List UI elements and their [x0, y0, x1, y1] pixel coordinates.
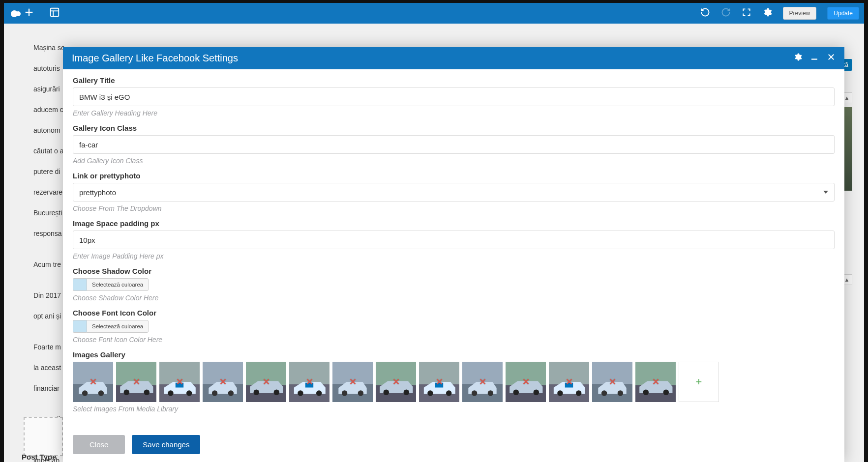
main-toolbar: Preview Update — [4, 3, 864, 24]
remove-thumb-icon[interactable]: ✕ — [219, 376, 227, 387]
undo-icon[interactable] — [700, 7, 710, 19]
gallery-thumb[interactable]: ✕ — [116, 362, 156, 402]
gallery-thumb[interactable]: ✕ — [246, 362, 286, 402]
gallery-thumb[interactable]: ✕ — [462, 362, 503, 402]
remove-thumb-icon[interactable]: ✕ — [392, 376, 400, 387]
remove-thumb-icon[interactable]: ✕ — [436, 376, 443, 387]
link-pp-select[interactable]: prettyphoto — [73, 183, 835, 202]
editor-canvas: Mașina se autoturis asigurări aducem c a… — [4, 24, 864, 462]
redo-icon — [721, 7, 731, 19]
gallery-thumb[interactable]: ✕ — [332, 362, 373, 402]
padding-input[interactable] — [73, 231, 835, 249]
gallery-title-label: Gallery Title — [73, 76, 835, 85]
settings-modal: Image Gallery Like Facebook Settings Gal… — [63, 47, 844, 462]
gallery-thumb[interactable]: ✕ — [635, 362, 676, 402]
gallery-thumb[interactable]: ✕ — [159, 362, 200, 402]
modal-title: Image Gallery Like Facebook Settings — [72, 53, 238, 64]
remove-thumb-icon[interactable]: ✕ — [652, 376, 659, 387]
fullscreen-icon[interactable] — [742, 7, 751, 19]
modal-footer: Close Save changes — [63, 429, 844, 462]
icon-class-hint: Add Gallery Icon Class — [73, 157, 835, 165]
images-gallery-label: Images Gallery — [73, 350, 835, 359]
gallery-thumb[interactable]: ✕ — [549, 362, 589, 402]
svg-point-33 — [316, 390, 322, 396]
svg-point-24 — [228, 390, 234, 396]
remove-thumb-icon[interactable]: ✕ — [609, 376, 616, 387]
shadow-color-label: Choose Shadow Color — [73, 267, 835, 275]
shadow-color-button[interactable]: Selectează culoarea — [87, 278, 149, 291]
svg-point-32 — [298, 390, 303, 396]
svg-point-66 — [643, 390, 649, 395]
svg-point-37 — [358, 390, 363, 396]
remove-thumb-icon[interactable]: ✕ — [263, 376, 270, 387]
update-button[interactable]: Update — [827, 7, 859, 20]
svg-point-19 — [168, 390, 173, 396]
svg-point-50 — [488, 390, 493, 396]
icon-class-input[interactable] — [73, 135, 835, 154]
gallery-thumb[interactable]: ✕ — [592, 362, 632, 402]
link-pp-hint: Choose From The Dropdown — [73, 204, 835, 212]
gallery-title-input[interactable] — [73, 87, 835, 106]
svg-point-27 — [254, 390, 259, 395]
svg-point-62 — [601, 390, 607, 396]
svg-point-28 — [274, 390, 279, 395]
shadow-color-swatch[interactable] — [73, 278, 87, 291]
shadow-color-hint: Choose Shadow Color Here — [73, 294, 835, 302]
remove-thumb-icon[interactable]: ✕ — [133, 376, 140, 387]
images-gallery-hint: Select Images From Media Library — [73, 405, 835, 413]
icon-class-label: Gallery Icon Class — [73, 124, 835, 132]
font-icon-color-hint: Choose Font Icon Color Here — [73, 336, 835, 344]
background-content-truncated: Mașina se autoturis asigurări aducem c a… — [33, 32, 67, 462]
layout-icon[interactable] — [49, 7, 60, 20]
modal-body[interactable]: Gallery Title Enter Gallery Heading Here… — [63, 69, 844, 429]
link-pp-label: Link or prettyphoto — [73, 172, 835, 180]
svg-point-67 — [663, 390, 669, 395]
gear-icon[interactable] — [762, 7, 772, 19]
close-button[interactable]: Close — [73, 435, 125, 454]
svg-point-63 — [618, 390, 623, 396]
post-type-label: Post Type — [22, 453, 57, 461]
remove-thumb-icon[interactable]: ✕ — [566, 376, 573, 387]
svg-point-53 — [513, 390, 519, 395]
gallery-thumb[interactable]: ✕ — [289, 362, 329, 402]
svg-point-11 — [98, 390, 104, 396]
gallery-title-hint: Enter Gallery Heading Here — [73, 109, 835, 117]
remove-thumb-icon[interactable]: ✕ — [306, 376, 313, 387]
font-icon-color-swatch[interactable] — [73, 320, 87, 333]
remove-thumb-icon[interactable]: ✕ — [349, 376, 357, 387]
add-image-button[interactable]: + — [679, 362, 719, 402]
font-icon-color-button[interactable]: Selectează culoarea — [87, 320, 149, 333]
remove-thumb-icon[interactable]: ✕ — [479, 376, 486, 387]
remove-thumb-icon[interactable]: ✕ — [522, 376, 530, 387]
font-icon-color-label: Choose Font Icon Color — [73, 309, 835, 317]
svg-point-41 — [404, 390, 409, 395]
close-icon[interactable] — [827, 53, 836, 64]
svg-point-23 — [212, 390, 217, 396]
remove-thumb-icon[interactable]: ✕ — [90, 376, 97, 387]
minimize-icon[interactable] — [810, 53, 819, 64]
gallery-thumb[interactable]: ✕ — [506, 362, 546, 402]
gallery-thumb[interactable]: ✕ — [419, 362, 459, 402]
padding-hint: Enter Image Padding Here px — [73, 252, 835, 260]
svg-point-59 — [576, 390, 581, 396]
svg-point-54 — [534, 390, 539, 395]
svg-point-14 — [124, 390, 129, 395]
preview-button[interactable]: Preview — [783, 7, 817, 20]
gallery-thumb[interactable]: ✕ — [73, 362, 113, 402]
remove-thumb-icon[interactable]: ✕ — [176, 376, 183, 387]
gallery-thumb[interactable]: ✕ — [376, 362, 416, 402]
svg-point-15 — [144, 390, 150, 395]
modal-gear-icon[interactable] — [793, 53, 802, 64]
svg-point-20 — [186, 390, 192, 396]
svg-point-58 — [557, 390, 563, 396]
svg-point-46 — [446, 390, 451, 396]
gallery-thumb-row: ✕✕✕✕✕✕✕✕✕✕✕✕✕✕+ — [73, 362, 835, 402]
svg-rect-2 — [51, 8, 59, 17]
svg-point-49 — [472, 390, 477, 396]
drop-zone[interactable] — [24, 417, 63, 456]
gallery-thumb[interactable]: ✕ — [203, 362, 243, 402]
add-icon[interactable] — [24, 7, 34, 20]
save-button[interactable]: Save changes — [132, 435, 200, 454]
modal-header: Image Gallery Like Facebook Settings — [63, 47, 844, 69]
svg-point-40 — [384, 390, 389, 395]
